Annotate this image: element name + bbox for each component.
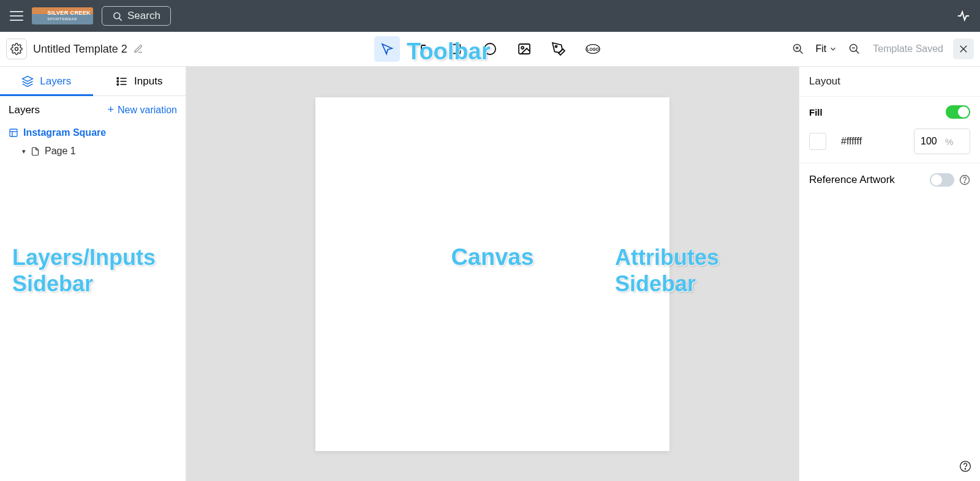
svg-line-15 bbox=[856, 51, 859, 54]
global-help-button[interactable] bbox=[959, 460, 971, 472]
brand-name: SILVER CREEK bbox=[47, 10, 91, 16]
tool-text[interactable] bbox=[409, 36, 434, 62]
tab-inputs[interactable]: Inputs bbox=[93, 67, 186, 95]
zoom-out-button[interactable] bbox=[846, 40, 863, 58]
edit-title-button[interactable] bbox=[134, 44, 143, 54]
inputs-icon bbox=[116, 75, 128, 88]
circle-icon bbox=[483, 42, 497, 56]
cursor-icon bbox=[380, 42, 394, 56]
menu-button[interactable] bbox=[10, 11, 23, 21]
fill-color-swatch[interactable] bbox=[809, 133, 826, 150]
svg-point-2 bbox=[15, 48, 18, 51]
annotation-left-sidebar: Layers/Inputs Sidebar bbox=[12, 244, 156, 297]
settings-button[interactable] bbox=[6, 39, 27, 59]
canvas-page[interactable] bbox=[315, 97, 669, 451]
svg-rect-26 bbox=[10, 129, 17, 136]
right-sidebar: Layout Fill #ffffff % Reference Artwork bbox=[799, 67, 980, 481]
fill-opacity-input[interactable]: % bbox=[914, 129, 970, 154]
layout-icon bbox=[9, 128, 18, 138]
zoom-mode-dropdown[interactable]: Fit bbox=[812, 43, 841, 54]
app-topbar: SILVER CREEKSPORTSWEAR Search bbox=[0, 0, 980, 32]
svg-point-24 bbox=[117, 83, 119, 85]
svg-text:LOGO: LOGO bbox=[587, 47, 598, 51]
plus-icon: + bbox=[108, 103, 115, 116]
fill-label: Fill bbox=[809, 107, 823, 117]
tab-layers-label: Layers bbox=[40, 75, 71, 88]
svg-line-11 bbox=[800, 51, 803, 54]
layout-section-header: Layout bbox=[799, 67, 980, 97]
template-toolbar: Untitled Template 2 LOGO bbox=[0, 32, 980, 67]
pen-icon bbox=[551, 42, 566, 56]
gear-icon bbox=[10, 43, 23, 55]
tool-ellipse[interactable] bbox=[477, 36, 503, 62]
sidebar-tabs: Layers Inputs bbox=[0, 67, 186, 96]
new-variation-button[interactable]: + New variation bbox=[108, 103, 177, 116]
tab-layers[interactable]: Layers bbox=[0, 67, 93, 95]
close-icon bbox=[958, 43, 969, 54]
zoom-mode-label: Fit bbox=[815, 43, 826, 54]
svg-point-20 bbox=[117, 77, 119, 79]
tool-pen[interactable] bbox=[546, 36, 571, 62]
fill-opacity-field[interactable] bbox=[914, 136, 945, 147]
tool-select[interactable] bbox=[374, 36, 400, 62]
new-variation-label: New variation bbox=[118, 105, 177, 116]
logo-icon: LOGO bbox=[585, 41, 601, 57]
toolbar-right: Fit Template Saved bbox=[790, 39, 974, 59]
square-icon bbox=[449, 42, 462, 56]
tool-rectangle[interactable] bbox=[443, 36, 469, 62]
template-title: Untitled Template 2 bbox=[33, 43, 127, 56]
canvas-tools: LOGO bbox=[374, 36, 606, 62]
tree-variation-name: Instagram Square bbox=[23, 127, 106, 138]
layers-icon bbox=[21, 75, 34, 88]
brand-sub: SPORTSWEAR bbox=[47, 17, 77, 21]
search-icon bbox=[112, 11, 123, 21]
layers-panel-title: Layers bbox=[9, 104, 40, 116]
activity-icon[interactable] bbox=[957, 9, 970, 23]
page-icon bbox=[31, 147, 40, 156]
svg-point-31 bbox=[960, 461, 971, 472]
tree-variation-item[interactable]: Instagram Square bbox=[9, 124, 177, 142]
tool-image[interactable] bbox=[511, 36, 537, 62]
svg-point-30 bbox=[964, 182, 965, 182]
pencil-icon bbox=[134, 44, 143, 54]
tool-logo[interactable]: LOGO bbox=[580, 36, 606, 62]
svg-point-32 bbox=[965, 469, 965, 469]
canvas-area[interactable]: Toolbar Canvas Attributes Sidebar bbox=[186, 67, 799, 481]
zoom-out-icon bbox=[848, 43, 861, 55]
layer-tree: Instagram Square ▾ Page 1 bbox=[0, 124, 186, 160]
reference-artwork-help[interactable] bbox=[959, 174, 970, 185]
svg-rect-5 bbox=[519, 44, 530, 54]
help-icon bbox=[959, 460, 971, 472]
image-icon bbox=[517, 42, 532, 56]
reference-artwork-row: Reference Artwork bbox=[799, 163, 980, 196]
fill-opacity-unit: % bbox=[945, 136, 958, 147]
svg-rect-3 bbox=[451, 45, 461, 54]
fill-header-row: Fill bbox=[799, 97, 980, 125]
caret-down-icon[interactable]: ▾ bbox=[22, 147, 26, 155]
help-icon bbox=[959, 174, 970, 185]
brand-logo[interactable]: SILVER CREEKSPORTSWEAR bbox=[32, 7, 93, 24]
tree-page-item[interactable]: ▾ Page 1 bbox=[9, 142, 177, 160]
svg-point-0 bbox=[114, 12, 120, 18]
search-label: Search bbox=[127, 10, 160, 22]
zoom-in-button[interactable] bbox=[790, 40, 807, 58]
reference-artwork-toggle[interactable] bbox=[930, 173, 954, 187]
svg-marker-19 bbox=[23, 76, 33, 81]
svg-point-22 bbox=[117, 80, 119, 82]
text-icon bbox=[414, 42, 429, 56]
svg-point-4 bbox=[484, 43, 496, 54]
template-title-area: Untitled Template 2 bbox=[33, 43, 143, 56]
svg-point-7 bbox=[556, 46, 557, 48]
fill-hex-value[interactable]: #ffffff bbox=[835, 136, 905, 147]
fill-body: #ffffff % bbox=[799, 125, 980, 163]
zoom-in-icon bbox=[792, 43, 804, 55]
svg-line-1 bbox=[119, 18, 122, 20]
layers-panel-header: Layers + New variation bbox=[0, 96, 186, 124]
left-sidebar: Layers Inputs Layers + New variation Ins… bbox=[0, 67, 186, 481]
fill-toggle[interactable] bbox=[946, 105, 970, 119]
search-button[interactable]: Search bbox=[102, 6, 171, 26]
tree-page-name: Page 1 bbox=[45, 146, 76, 157]
chevron-down-icon bbox=[829, 45, 837, 53]
close-button[interactable] bbox=[953, 39, 974, 59]
main-row: Layers Inputs Layers + New variation Ins… bbox=[0, 67, 980, 481]
